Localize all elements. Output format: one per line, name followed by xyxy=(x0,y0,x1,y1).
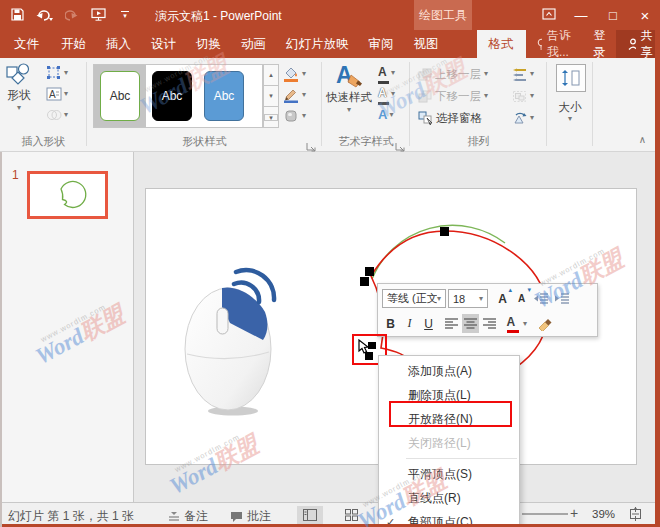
slide-sorter-view-button[interactable] xyxy=(338,506,364,524)
slide-sorter-icon xyxy=(345,509,358,521)
font-name-combo[interactable]: 等线 (正文▾ xyxy=(382,289,446,308)
save-icon[interactable] xyxy=(8,5,26,24)
tell-me-box[interactable]: 告诉我... xyxy=(526,30,584,58)
slide-thumbnail-panel: 1 xyxy=(0,152,134,502)
comments-button[interactable]: 批注 xyxy=(230,508,271,525)
minimize-button[interactable]: — xyxy=(572,8,590,23)
text-effects-button[interactable]: A ▾ xyxy=(378,104,395,125)
text-box-button[interactable]: A ▾ xyxy=(46,83,68,104)
send-backward-icon xyxy=(418,90,432,103)
format-painter-icon[interactable] xyxy=(535,314,556,333)
gallery-scroll-down-icon[interactable]: ▾ xyxy=(263,86,279,107)
slide-counter: 幻灯片 第 1 张，共 1 张 xyxy=(8,508,134,525)
tab-animations[interactable]: 动画 xyxy=(231,30,276,58)
close-button[interactable]: × xyxy=(636,7,654,24)
mouse-clipart-image[interactable] xyxy=(178,266,282,418)
group-arrange: 上移一层▾ 下移一层▾ 选择窗格 ▾ ▾ ▾ 排列 xyxy=(410,58,547,152)
window-border-right xyxy=(655,30,660,527)
slide-number: 1 xyxy=(12,168,19,182)
shape-outline-button[interactable]: ▾ xyxy=(283,85,306,105)
gallery-more-icon[interactable]: ▾ xyxy=(263,107,279,128)
tab-design[interactable]: 设计 xyxy=(141,30,186,58)
align-icon xyxy=(512,68,527,81)
normal-view-button[interactable] xyxy=(297,506,323,524)
thumbnail-shape xyxy=(30,174,105,216)
tab-file[interactable]: 文件 xyxy=(2,30,51,58)
shape-effects-button[interactable]: ▾ xyxy=(283,106,306,126)
rotate-button[interactable]: ▾ xyxy=(512,108,534,128)
slide-thumbnail[interactable] xyxy=(27,171,108,219)
shrink-font-button[interactable]: A▾ xyxy=(513,289,530,308)
italic-button[interactable]: I xyxy=(401,314,418,333)
decrease-indent-icon[interactable] xyxy=(532,289,551,308)
increase-indent-icon[interactable] xyxy=(553,289,572,308)
size-label[interactable]: 大小 xyxy=(547,100,593,115)
shape-styles-dialog-launcher-icon[interactable] xyxy=(306,138,316,148)
font-color-dropdown[interactable]: ▾ xyxy=(523,321,527,327)
edit-shape-icon xyxy=(46,65,62,81)
align-button[interactable]: ▾ xyxy=(512,64,534,84)
group-insert-shapes: 形状 ▾ ▾ A ▾ ▾ 插入形状 xyxy=(0,58,87,152)
merge-shapes-icon xyxy=(46,108,62,122)
tab-format-active[interactable]: 格式 xyxy=(477,30,526,58)
shapes-button[interactable]: 形状 ▾ xyxy=(6,62,32,111)
group-objects-icon xyxy=(512,90,527,103)
quick-styles-button[interactable]: A 快速样式 ▾ xyxy=(326,62,372,113)
text-outline-button[interactable]: A ▾ xyxy=(378,83,395,104)
menu-item-add-vertex[interactable]: 添加顶点(A) xyxy=(379,359,519,383)
share-button[interactable]: 共享 xyxy=(616,30,660,58)
merge-shapes-button: ▾ xyxy=(46,104,68,125)
notes-button[interactable]: 备注 xyxy=(168,508,208,525)
window-border-left xyxy=(0,152,2,527)
bring-forward-button: 上移一层▾ xyxy=(418,64,488,84)
bold-button[interactable]: B xyxy=(382,314,399,333)
grow-font-button[interactable]: A▴ xyxy=(494,289,511,308)
tab-insert[interactable]: 插入 xyxy=(96,30,141,58)
undo-icon[interactable] xyxy=(35,5,53,24)
sign-in-button[interactable]: 登录 xyxy=(584,30,616,58)
gallery-scroll-up-icon[interactable]: ▴ xyxy=(263,64,279,86)
font-size-combo[interactable]: 18▾ xyxy=(448,289,488,308)
tab-slideshow[interactable]: 幻灯片放映 xyxy=(276,30,359,58)
window-title: 演示文稿1 - PowerPoint xyxy=(155,8,282,25)
shape-style-gallery: Abc Abc Abc xyxy=(93,64,263,128)
lightbulb-icon xyxy=(536,38,542,51)
start-slideshow-icon[interactable] xyxy=(89,5,107,24)
tab-review[interactable]: 审阅 xyxy=(359,30,404,58)
rotate-icon xyxy=(512,112,527,125)
font-color-button[interactable]: A xyxy=(504,314,521,333)
shape-style-swatch-3[interactable]: Abc xyxy=(198,65,250,127)
ribbon-display-options-icon[interactable] xyxy=(540,8,558,23)
tab-home[interactable]: 开始 xyxy=(51,30,96,58)
shape-fill-button[interactable]: ▾ xyxy=(283,64,306,84)
notes-icon xyxy=(168,511,180,523)
collapse-ribbon-icon[interactable]: ∧ xyxy=(639,134,646,145)
wordart-dialog-launcher-icon[interactable] xyxy=(395,138,405,148)
size-button[interactable] xyxy=(556,64,586,92)
ribbon-tab-row: 文件 开始 插入 设计 切换 动画 幻灯片放映 审阅 视图 格式 告诉我... … xyxy=(0,30,660,58)
shape-style-swatch-1[interactable]: Abc xyxy=(94,65,146,127)
align-right-icon[interactable] xyxy=(481,314,498,333)
mini-toolbar: 等线 (正文▾ 18▾ A▴ A▾ B I U A ▾ xyxy=(377,283,598,337)
maximize-button[interactable]: □ xyxy=(604,8,622,23)
underline-button[interactable]: U xyxy=(420,314,437,333)
menu-separator xyxy=(406,458,517,459)
align-left-icon[interactable] xyxy=(443,314,460,333)
zoom-slider[interactable] xyxy=(522,513,568,515)
align-center-icon[interactable] xyxy=(462,314,479,333)
selection-pane-icon xyxy=(418,111,433,125)
zoom-in-button[interactable]: + xyxy=(570,505,578,521)
edit-shape-button[interactable]: ▾ xyxy=(46,62,68,83)
fit-to-window-icon[interactable] xyxy=(628,507,643,524)
menu-item-smooth-point[interactable]: 平滑顶点(S) xyxy=(379,462,519,486)
shape-style-swatch-2[interactable]: Abc xyxy=(146,65,198,127)
customize-qat-icon[interactable]: ▾ xyxy=(116,5,134,24)
text-fill-button[interactable]: A ▾ xyxy=(378,62,395,83)
selection-pane-button[interactable]: 选择窗格 xyxy=(418,108,482,128)
svg-text:A: A xyxy=(336,62,353,88)
zoom-level[interactable]: 39% xyxy=(592,508,615,520)
tab-transitions[interactable]: 切换 xyxy=(186,30,231,58)
annotation-box-open-path xyxy=(389,401,512,427)
tab-view[interactable]: 视图 xyxy=(404,30,449,58)
menu-item-straight-point[interactable]: 直线点(R) xyxy=(379,486,519,510)
